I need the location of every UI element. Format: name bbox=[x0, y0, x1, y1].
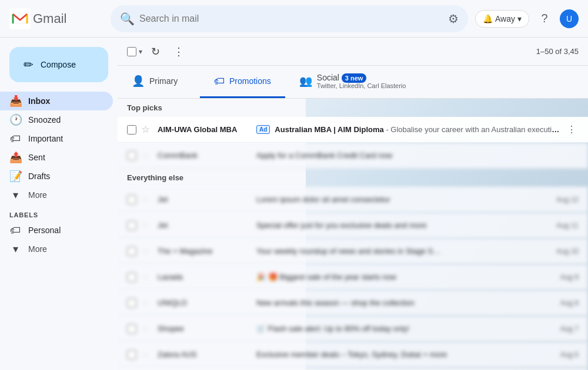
email-checkbox[interactable] bbox=[127, 247, 136, 256]
compose-icon: ✏ bbox=[24, 58, 34, 72]
sidebar-item-label: Important bbox=[28, 134, 63, 143]
sidebar-item-inbox[interactable]: 📥 Inbox bbox=[0, 92, 113, 110]
tab-primary[interactable]: 👤 Primary bbox=[118, 66, 200, 98]
help-icon: ? bbox=[541, 12, 547, 25]
avatar[interactable]: U bbox=[560, 9, 579, 28]
email-checkbox[interactable] bbox=[127, 273, 136, 282]
sidebar-item-label: Inbox bbox=[28, 96, 50, 106]
email-row[interactable]: ☆ The + Magazine Your weekly roundup of … bbox=[118, 238, 588, 264]
email-subject: Exclusive member deals – Tokyo, Sydney, … bbox=[256, 350, 551, 359]
star-icon[interactable]: ☆ bbox=[141, 150, 153, 161]
sidebar-more-2[interactable]: ▾ More bbox=[0, 240, 113, 258]
email-subject: Special offer just for you exclusive dea… bbox=[256, 221, 547, 230]
email-time: Aug 11 bbox=[556, 221, 579, 230]
chevron-down-icon[interactable]: ▾ bbox=[139, 48, 142, 56]
star-icon[interactable]: ☆ bbox=[141, 349, 153, 360]
email-checkbox[interactable] bbox=[127, 350, 136, 359]
primary-tab-icon: 👤 bbox=[132, 75, 145, 88]
email-checkbox[interactable] bbox=[127, 221, 136, 230]
email-checkbox[interactable] bbox=[127, 195, 136, 204]
drafts-icon: 📝 bbox=[9, 170, 21, 183]
sidebar-item-snoozed[interactable]: 🕐 Snoozed bbox=[0, 110, 113, 129]
important-icon: 🏷 bbox=[9, 133, 21, 145]
email-sender: Shopee bbox=[158, 324, 252, 333]
email-row[interactable]: ☆ AIM-UWA Global MBA Ad Australian MBA |… bbox=[118, 117, 588, 143]
more-icon-1: ▾ bbox=[9, 189, 21, 201]
email-sender: Jet bbox=[158, 195, 252, 204]
status-button[interactable]: 🔔 Away ▾ bbox=[475, 10, 529, 28]
main-layout: ✏ Compose 📥 Inbox 🕐 Snoozed 🏷 Important … bbox=[0, 38, 588, 370]
email-more-button[interactable]: ⋮ bbox=[564, 123, 579, 137]
sidebar-item-sent[interactable]: 📤 Sent bbox=[0, 148, 113, 167]
email-snippet: - Globalise your career with an Australi… bbox=[386, 125, 560, 134]
sidebar-item-label: Drafts bbox=[28, 171, 50, 181]
email-row[interactable]: ☆ UNIQLO New arrivals this season — shop… bbox=[118, 290, 588, 316]
sidebar-more-1[interactable]: ▾ More bbox=[0, 186, 113, 204]
email-checkbox[interactable] bbox=[127, 125, 136, 134]
email-subject: Australian MBA | AIM Diploma - Globalise… bbox=[275, 125, 560, 134]
star-icon[interactable]: ☆ bbox=[141, 124, 153, 135]
tab-social-label: Social bbox=[317, 73, 342, 82]
subject-strong: Australian MBA | AIM Diploma bbox=[275, 125, 383, 134]
compose-label: Compose bbox=[41, 60, 76, 69]
tab-primary-label: Primary bbox=[149, 76, 178, 86]
social-tab-icon: 👥 bbox=[299, 75, 312, 88]
compose-button[interactable]: ✏ Compose bbox=[9, 47, 108, 82]
sidebar-item-label: Snoozed bbox=[28, 115, 61, 125]
select-all-checkbox[interactable] bbox=[127, 47, 136, 56]
tune-icon[interactable]: ⚙ bbox=[448, 12, 459, 26]
sidebar-item-drafts[interactable]: 📝 Drafts bbox=[0, 167, 113, 186]
email-subject: Lorem ipsum dolor sit amet consectetur bbox=[256, 195, 547, 204]
star-icon[interactable]: ☆ bbox=[141, 323, 153, 334]
star-icon[interactable]: ☆ bbox=[141, 245, 153, 257]
email-time: Aug 12 bbox=[556, 196, 579, 204]
sidebar: ✏ Compose 📥 Inbox 🕐 Snoozed 🏷 Important … bbox=[0, 38, 118, 370]
star-icon[interactable]: ☆ bbox=[141, 194, 153, 205]
more-icon-2: ▾ bbox=[9, 243, 21, 255]
email-row[interactable]: ☆ Shopee 🛒 Flash sale alert: Up to 80% o… bbox=[118, 316, 588, 342]
help-button[interactable]: ? bbox=[534, 8, 555, 29]
sidebar-item-personal[interactable]: 🏷 Personal bbox=[0, 221, 113, 240]
snoozed-icon: 🕐 bbox=[9, 113, 21, 126]
email-checkbox[interactable] bbox=[127, 324, 136, 334]
toolbar: ▾ ↻ ⋮ 1–50 of 3,45 bbox=[118, 38, 588, 66]
tabs: 👤 Primary 🏷 Promotions 👥 Social 3 new Tw… bbox=[118, 66, 588, 99]
social-badge: 3 new bbox=[342, 73, 367, 83]
email-sender: AIM-UWA Global MBA bbox=[158, 125, 252, 134]
more-options-icon: ⋮ bbox=[173, 45, 184, 58]
search-input[interactable] bbox=[139, 14, 443, 24]
email-subject: Your weekly roundup of news and stories … bbox=[256, 247, 547, 255]
search-bar[interactable]: 🔍 ⚙ bbox=[111, 5, 468, 32]
email-row[interactable]: ☆ Jet Lorem ipsum dolor sit amet consect… bbox=[118, 187, 588, 213]
email-row[interactable]: ☆ Lazada 🎉 🎁 Biggest sale of the year st… bbox=[118, 264, 588, 290]
tab-promotions-label: Promotions bbox=[229, 76, 271, 86]
star-icon[interactable]: ☆ bbox=[141, 271, 153, 282]
email-sender: Zalora AUS bbox=[158, 350, 252, 359]
refresh-icon: ↻ bbox=[151, 45, 160, 58]
promotions-tab-icon: 🏷 bbox=[214, 75, 225, 88]
email-row[interactable]: ☆ Zalora AUS Exclusive member deals – To… bbox=[118, 342, 588, 368]
sidebar-item-important[interactable]: 🏷 Important bbox=[0, 129, 113, 148]
topbar-right: 🔔 Away ▾ ? U bbox=[475, 8, 579, 29]
email-row[interactable]: ☆ Zalora AUS Your style, your way – cura… bbox=[118, 368, 588, 370]
topbar: Gmail 🔍 ⚙ 🔔 Away ▾ ? U bbox=[0, 0, 588, 38]
email-time: Aug 8 bbox=[560, 299, 579, 307]
refresh-button[interactable]: ↻ bbox=[145, 41, 166, 62]
personal-icon: 🏷 bbox=[9, 224, 21, 237]
star-icon[interactable]: ☆ bbox=[141, 220, 153, 231]
tab-social[interactable]: 👥 Social 3 new Twitter, LinkedIn, Carl E… bbox=[285, 66, 420, 98]
sidebar-more-label-1: More bbox=[28, 190, 47, 200]
select-all-checkbox-group[interactable]: ▾ bbox=[127, 47, 142, 56]
email-checkbox[interactable] bbox=[127, 298, 136, 308]
more-options-button[interactable]: ⋮ bbox=[168, 41, 189, 62]
labels-section: Labels bbox=[0, 204, 118, 221]
star-icon[interactable]: ☆ bbox=[141, 297, 153, 308]
email-checkbox[interactable] bbox=[127, 151, 136, 160]
top-picks-header: Top picks bbox=[118, 99, 588, 117]
email-row[interactable]: ☆ CommBank Apply for a CommBank Credit C… bbox=[118, 143, 588, 169]
tab-promotions[interactable]: 🏷 Promotions bbox=[200, 66, 285, 98]
email-sender: The + Magazine bbox=[158, 247, 252, 255]
email-sender: Jet bbox=[158, 221, 252, 230]
email-row[interactable]: ☆ Jet Special offer just for you exclusi… bbox=[118, 213, 588, 238]
email-subject: 🛒 Flash sale alert: Up to 80% off today … bbox=[256, 324, 551, 333]
